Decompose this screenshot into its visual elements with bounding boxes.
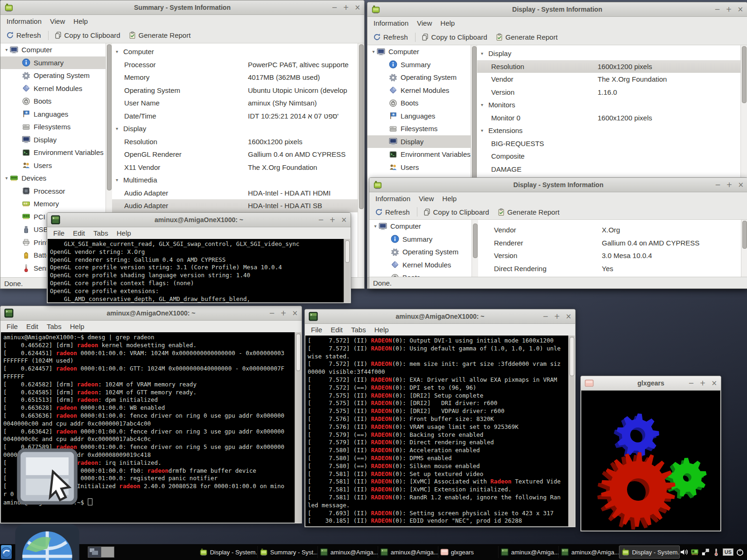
menu-information[interactable]: Information (2, 17, 46, 25)
refresh-button[interactable]: Refresh (373, 207, 412, 217)
menu-tabs[interactable]: Tabs (42, 322, 66, 330)
menu-view[interactable]: View (415, 195, 438, 203)
minimize-button[interactable]: − (543, 313, 549, 320)
info-row-user-name[interactable]: User Nameaminux (Shy Nimtsan) (112, 97, 364, 110)
task-button-aminux-amiga-5[interactable]: aminux@Amiga... (499, 546, 559, 558)
minimize-button[interactable]: − (318, 217, 324, 224)
expander-icon[interactable]: ▾ (370, 49, 377, 54)
minimize-button[interactable]: − (688, 380, 694, 387)
sidebar-item-environment-variables[interactable]: Environment Variables (0, 146, 112, 159)
task-button-display-system-0[interactable]: Display - System... (197, 546, 258, 558)
task-button-aminux-amiga-6[interactable]: aminux@Amiga... (559, 546, 619, 558)
section-multimedia[interactable]: ▾Multimedia (112, 174, 364, 187)
titlebar[interactable]: aminux@AmigaOneX1000: ~ −+× (305, 309, 575, 324)
expander-icon[interactable]: ▾ (3, 47, 10, 52)
menu-tabs[interactable]: Tabs (347, 326, 370, 334)
titlebar[interactable]: Display - System Information −+× (369, 178, 747, 192)
refresh-button[interactable]: Refresh (371, 32, 410, 42)
minimize-button[interactable]: − (269, 310, 275, 317)
app-menu-button[interactable] (1, 545, 12, 559)
info-row-memory[interactable]: Memory4017MB (362MB used) (112, 71, 364, 84)
menu-edit[interactable]: Edit (326, 326, 347, 334)
info-row-composite[interactable]: Composite (477, 150, 747, 163)
chip-tray-icon[interactable] (691, 548, 699, 556)
menu-information[interactable]: Information (371, 195, 415, 203)
main-scrollbar[interactable] (741, 220, 747, 277)
copy-button[interactable]: Copy to Clipboard (52, 30, 122, 40)
report-button[interactable]: Generate Report (127, 30, 193, 40)
titlebar[interactable]: glxgears −+× (581, 376, 721, 391)
info-row-direct-rendering[interactable]: Direct RenderingYes (478, 262, 747, 275)
sidebar-item-kernel-modules[interactable]: Kernel Modules (367, 84, 477, 97)
sidebar-item-boots[interactable]: Boots (367, 97, 477, 110)
menu-help[interactable]: Help (66, 322, 89, 330)
sidebar-item-summary[interactable]: Summary (0, 56, 112, 70)
maximize-button[interactable]: + (343, 4, 349, 11)
info-row-audio-adapter[interactable]: Audio AdapterHDA-Intel - HDA ATI HDMI (112, 187, 364, 200)
menu-file[interactable]: File (307, 326, 326, 334)
sidebar-item-operating-system[interactable]: Operating System (367, 71, 477, 84)
maximize-button[interactable]: + (726, 182, 733, 189)
copy-button[interactable]: Copy to Clipboard (419, 32, 489, 42)
sidebar-item-display[interactable]: Display (367, 135, 477, 148)
keyboard-layout-indicator[interactable]: US (723, 548, 733, 556)
report-button[interactable]: Generate Report (495, 207, 562, 217)
info-row-date-time[interactable]: Date/TimeIDT 10:25:21 2014 א‎ 07 ספט'‎ (112, 110, 364, 123)
section-monitors[interactable]: ▾Monitors (477, 98, 747, 112)
sidebar-item-operating-system[interactable]: Operating System (0, 69, 112, 82)
workspace-1[interactable] (88, 547, 101, 557)
sidebar-item-filesystems[interactable]: Filesystems (0, 120, 112, 133)
menu-information[interactable]: Information (369, 19, 413, 27)
info-row-big-requests[interactable]: BIG-REQUESTS (477, 137, 747, 150)
minimize-button[interactable]: − (714, 6, 720, 13)
task-button-aminux-amiga-3[interactable]: aminux@Amiga... (378, 546, 438, 558)
temp-tray-icon[interactable] (712, 548, 720, 556)
terminal-content[interactable]: GLX_SGI_make_current_read, GLX_SGI_swap_… (48, 239, 350, 302)
info-row-processor[interactable]: ProcessorPowerPC PA6T, altivec supporte (112, 58, 364, 71)
titlebar[interactable]: Display - System Information −+× (367, 2, 747, 17)
terminal-scrollbar[interactable] (568, 336, 575, 526)
sidebar-item-operating-system[interactable]: Operating System (369, 245, 478, 259)
titlebar[interactable]: aminux@AmigaOneX1000: ~ −+× (0, 306, 302, 321)
titlebar[interactable]: Summary - System Information −+× (0, 0, 364, 15)
section-display[interactable]: ▾Display (477, 47, 747, 60)
sidebar-item-computer[interactable]: ▾Computer (367, 45, 477, 58)
refresh-button[interactable]: Refresh (4, 30, 43, 40)
close-button[interactable]: × (738, 182, 744, 189)
task-button-summary-syst-1[interactable]: Summary - Syst... (258, 546, 318, 558)
copy-button[interactable]: Copy to Clipboard (421, 207, 491, 217)
info-row-renderer[interactable]: RendererGallium 0.4 on AMD CYPRESS (478, 237, 747, 250)
close-button[interactable]: × (711, 380, 717, 387)
close-button[interactable]: × (737, 6, 743, 13)
filemanager-launcher-icon[interactable] (12, 441, 83, 512)
workspace-2[interactable] (101, 547, 114, 557)
volume-tray-icon[interactable] (680, 548, 688, 556)
collapse-icon[interactable]: ▾ (116, 177, 123, 182)
menu-help[interactable]: Help (438, 195, 461, 203)
power-tray-icon[interactable] (736, 548, 744, 556)
report-button[interactable]: Generate Report (493, 32, 560, 42)
close-button[interactable]: × (341, 217, 347, 224)
task-button-aminux-amiga-2[interactable]: aminux@Amiga... (318, 546, 378, 558)
close-button[interactable]: × (292, 310, 298, 317)
sidebar-item-users[interactable]: Users (0, 159, 112, 172)
terminal-content[interactable]: [ 7.572] (II) RADEON(0): Output DVI-1 us… (305, 336, 575, 526)
section-display[interactable]: ▾Display (112, 122, 364, 135)
maximize-button[interactable]: + (330, 217, 336, 224)
collapse-icon[interactable]: ▾ (116, 126, 123, 131)
info-row-version[interactable]: Version1.16.0 (477, 86, 747, 99)
sidebar-item-computer[interactable]: ▾Computer (0, 43, 112, 56)
titlebar[interactable]: aminux@AmigaOneX1000: ~ −+× (47, 213, 351, 227)
menu-edit[interactable]: Edit (22, 322, 42, 330)
menu-help[interactable]: Help (69, 17, 92, 25)
close-button[interactable]: × (354, 4, 360, 11)
sidebar-item-display[interactable]: Display (0, 133, 112, 147)
info-row-resolution[interactable]: Resolution1600x1200 pixels (112, 135, 364, 148)
sidebar-item-languages[interactable]: Languages (0, 108, 112, 121)
sidebar-item-computer[interactable]: ▾Computer (369, 220, 478, 233)
sidebar-item-users[interactable]: Users (367, 161, 477, 174)
maximize-button[interactable]: + (554, 313, 560, 320)
info-row-monitor-0[interactable]: Monitor 01600x1200 pixels (477, 112, 747, 125)
net-tray-icon[interactable] (701, 548, 710, 556)
info-row-vendor[interactable]: VendorThe X.Org Foundation (477, 73, 747, 86)
